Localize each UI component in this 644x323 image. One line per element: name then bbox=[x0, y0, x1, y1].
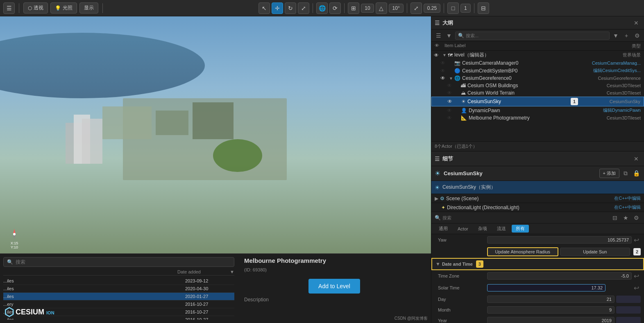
directional-link[interactable]: 在C++中编辑 bbox=[614, 204, 641, 210]
timezone-row: Time Zone -5.0 ↩ bbox=[431, 270, 644, 282]
tab-actor[interactable]: Actor bbox=[454, 226, 472, 232]
move-tool[interactable]: ✛ bbox=[272, 2, 283, 14]
outline-filter-btn[interactable]: ☰ bbox=[434, 31, 443, 40]
year-slider[interactable] bbox=[616, 317, 641, 323]
tab-general[interactable]: 通用 bbox=[435, 225, 452, 233]
scene-row[interactable]: ▶ ⚙ Scene (Scene) 在C++中编辑 bbox=[431, 194, 644, 203]
grid-value[interactable]: 10 bbox=[361, 4, 374, 13]
local-icon[interactable]: ⟳ bbox=[329, 2, 341, 14]
tree-row-terrain[interactable]: 👁 ⛰ Cesium World Terrain Cesium3DTileset bbox=[431, 89, 644, 97]
eye-osm[interactable]: 👁 bbox=[444, 83, 454, 88]
tree-row-photo[interactable]: 👁 📐 Melbourne Photogrammetry Cesium3DTil… bbox=[431, 114, 644, 122]
tree-row-camera[interactable]: 👁 📷 CesiumCameraManager0 CesiumCameraMan… bbox=[431, 59, 644, 67]
details-copy-icon[interactable]: ⧉ bbox=[621, 169, 630, 178]
type-terrain: Cesium3DTileset bbox=[578, 90, 644, 95]
lighting-btn[interactable]: 💡 光照 bbox=[50, 2, 77, 14]
type-pawn[interactable]: 编辑DynamicPawn bbox=[578, 107, 644, 113]
expand-level[interactable]: ▼ bbox=[441, 53, 448, 57]
expand-geo[interactable]: ▼ bbox=[448, 76, 454, 81]
details-star[interactable]: ★ bbox=[621, 213, 630, 222]
details-settings2[interactable]: ⚙ bbox=[632, 213, 641, 222]
eye-pawn[interactable]: 👁 bbox=[444, 108, 454, 113]
type-camera[interactable]: CesiumCameraManag... bbox=[578, 61, 644, 66]
eye-geo[interactable]: 👁 bbox=[438, 75, 448, 81]
details-table-view[interactable]: ⊟ bbox=[610, 213, 619, 222]
outline-search-input[interactable] bbox=[466, 33, 607, 38]
tree-row-level[interactable]: 👁 ▼ 🗺 level（编辑器） 世界场景 bbox=[431, 51, 644, 59]
eye-sunsky[interactable]: 👁 bbox=[445, 99, 455, 104]
yaw-value[interactable]: 105.25737 bbox=[487, 236, 632, 244]
svg-point-6 bbox=[213, 139, 262, 172]
asset-search-input[interactable] bbox=[16, 259, 231, 265]
scale-value[interactable]: 0.25 bbox=[424, 4, 440, 13]
year-value[interactable]: 2019 bbox=[487, 317, 615, 323]
add-to-level-button[interactable]: Add to Level bbox=[308, 279, 360, 294]
asset-row-0[interactable]: ...iles 2023-09-12 bbox=[3, 277, 234, 285]
eye-credit[interactable]: 👁 bbox=[438, 68, 448, 74]
details-search-input[interactable] bbox=[442, 215, 609, 220]
solar-reset[interactable]: ↩ bbox=[632, 283, 641, 292]
eye-terrain[interactable]: 👁 bbox=[444, 90, 454, 96]
arrow-icon[interactable]: ⤢ bbox=[410, 2, 422, 14]
view-icon[interactable]: □ bbox=[447, 2, 459, 14]
grid-icon[interactable]: ⊞ bbox=[348, 2, 359, 14]
angle-value[interactable]: 10° bbox=[389, 4, 404, 13]
solar-value[interactable]: 17.32 bbox=[487, 284, 605, 291]
tree-row-georeference[interactable]: 👁 ▼ 🌐 CesiumGeoreference0 CesiumGeorefer… bbox=[431, 75, 644, 82]
angle-icon[interactable]: △ bbox=[376, 2, 387, 14]
month-value[interactable]: 9 bbox=[487, 306, 615, 314]
asset-row-1[interactable]: ...iles 2020-04-30 bbox=[3, 285, 234, 293]
outline-close-btn[interactable]: ✕ bbox=[632, 18, 641, 27]
select-tool[interactable]: ↖ bbox=[259, 2, 270, 14]
month-slider[interactable] bbox=[616, 306, 641, 314]
timezone-value[interactable]: -5.0 bbox=[487, 272, 632, 280]
day-value[interactable]: 21 bbox=[487, 296, 615, 303]
tab-misc[interactable]: 杂项 bbox=[474, 225, 491, 233]
tree-row-credit[interactable]: 👁 🔵 CesiumCreditSystemBP0 编辑CesiumCredit… bbox=[431, 67, 644, 75]
details-lock-icon[interactable]: 🔒 bbox=[632, 169, 641, 178]
tree-row-sunsky[interactable]: 👁 ☀ CesiumSunSky 1 CesiumSunSky bbox=[431, 97, 644, 106]
day-slider[interactable] bbox=[616, 296, 641, 303]
details-add-btn[interactable]: + 添加 bbox=[599, 169, 619, 178]
details-content: Yaw 105.25737 ↩ Update Atmosphere Radius… bbox=[431, 234, 644, 323]
outline-expand-btn[interactable]: ▼ bbox=[444, 31, 454, 40]
scene-link[interactable]: 在C++中编辑 bbox=[614, 195, 641, 201]
directional-row[interactable]: ✦ DirectionalLight (DirectionalLight) 在C… bbox=[431, 203, 644, 212]
solar-slider[interactable] bbox=[607, 284, 632, 291]
update-sun-btn[interactable]: Update Sun bbox=[560, 248, 630, 256]
type-credit[interactable]: 编辑CesiumCreditSys... bbox=[578, 68, 644, 74]
view-value[interactable]: 1 bbox=[460, 4, 471, 13]
outline-search[interactable]: 🔍 bbox=[455, 32, 610, 40]
tree-row-osm[interactable]: 👁 🏙 Cesium OSM Buildings Cesium3DTileset bbox=[431, 82, 644, 89]
yaw-reset[interactable]: ↩ bbox=[632, 235, 641, 244]
description-label: Description bbox=[244, 297, 424, 303]
display-btn[interactable]: 显示 bbox=[79, 2, 98, 14]
tree-row-pawn[interactable]: 👁 👤 DynamicPawn 编辑DynamicPawn bbox=[431, 106, 644, 114]
eye-photo[interactable]: 👁 bbox=[444, 115, 454, 121]
perspective-btn[interactable]: ⬡ 透视 bbox=[23, 2, 48, 14]
details-menu-icon[interactable]: ☰ bbox=[435, 156, 440, 162]
asset-row-2[interactable]: ...iles 2020-01-27 bbox=[3, 293, 234, 300]
scale-tool[interactable]: ⤢ bbox=[298, 2, 309, 14]
tab-stream[interactable]: 流送 bbox=[493, 225, 510, 233]
world-icon[interactable]: 🌐 bbox=[316, 2, 328, 14]
solar-row: Solar Time 17.32 ↩ bbox=[431, 282, 644, 294]
outline-add-btn[interactable]: + bbox=[622, 31, 631, 40]
outline-settings-btn[interactable]: ⚙ bbox=[633, 31, 642, 40]
viewport[interactable]: 🔍 Date added ▼ ...iles 2023-09-12 ...ile… bbox=[0, 16, 431, 323]
rotate-tool[interactable]: ↻ bbox=[285, 2, 296, 14]
svg-rect-5 bbox=[193, 102, 234, 139]
eye-level[interactable]: 👁 bbox=[431, 52, 441, 58]
asset-search[interactable]: 🔍 bbox=[3, 257, 234, 267]
menu-icon[interactable]: ☰ bbox=[3, 2, 15, 14]
tab-all[interactable]: 所有 bbox=[512, 225, 529, 233]
date-time-header[interactable]: ▼ Date and Time 3 bbox=[431, 258, 644, 270]
timezone-reset[interactable]: ↩ bbox=[632, 271, 641, 280]
outline-dropdown-btn[interactable]: ▼ bbox=[611, 31, 620, 40]
details-close-btn[interactable]: ✕ bbox=[632, 154, 641, 163]
eye-camera[interactable]: 👁 bbox=[438, 60, 448, 66]
update-atmosphere-btn[interactable]: Update Atmosphere Radius bbox=[487, 247, 558, 256]
layout-icon[interactable]: ⊟ bbox=[478, 2, 489, 14]
outline-menu-icon[interactable]: ☰ bbox=[435, 20, 440, 26]
date-sort-icon[interactable]: ▼ bbox=[230, 269, 234, 274]
